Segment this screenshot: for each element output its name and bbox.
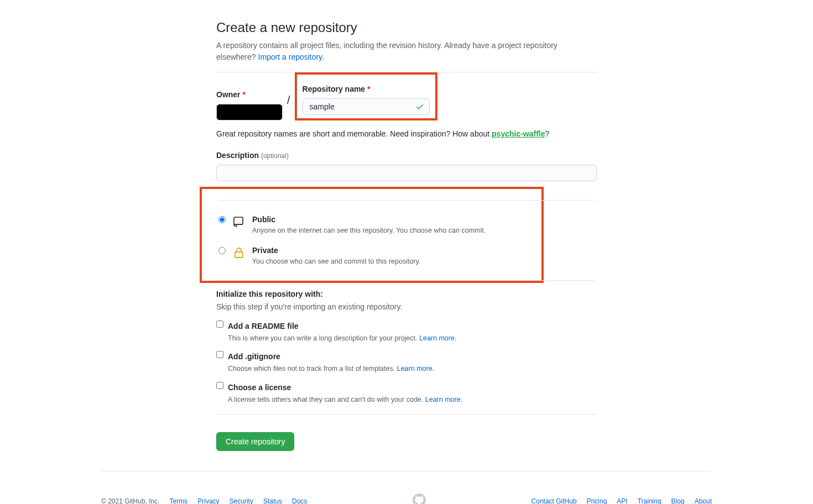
gitignore-learn-more-link[interactable]: Learn more. [397, 365, 434, 372]
footer-left: © 2021 GitHub, Inc. Terms Privacy Securi… [101, 496, 307, 504]
initialize-subtext: Skip this step if you're importing an ex… [216, 301, 597, 313]
initialize-heading: Initialize this repository with: [216, 288, 597, 300]
readme-checkbox[interactable] [216, 321, 223, 328]
owner-field: Owner * [216, 89, 283, 120]
footer-link-about[interactable]: About [695, 496, 712, 504]
description-input[interactable] [216, 165, 597, 181]
license-option: Choose a license A license tells others … [216, 382, 597, 405]
readme-learn-more-link[interactable]: Learn more. [419, 334, 456, 342]
description-label: Description (optional) [216, 151, 289, 160]
public-title: Public [252, 214, 486, 225]
repo-icon [232, 215, 246, 228]
gitignore-option: Add .gitignore Choose which files not to… [216, 351, 597, 374]
divider [218, 280, 595, 281]
visibility-private-radio[interactable] [218, 247, 226, 254]
owner-label: Owner * [216, 89, 283, 101]
footer-divider [101, 471, 712, 471]
readme-option: Add a README file This is where you can … [216, 321, 597, 344]
gitignore-checkbox[interactable] [216, 351, 223, 358]
visibility-public-radio[interactable] [218, 216, 226, 223]
visibility-public-row: Public Anyone on the internet can see th… [202, 209, 541, 240]
footer-link-training[interactable]: Training [638, 496, 661, 504]
svg-rect-2 [235, 252, 243, 258]
owner-select[interactable] [216, 104, 283, 120]
github-logo-icon [413, 494, 426, 504]
divider [218, 200, 595, 201]
footer-link-docs[interactable]: Docs [292, 496, 307, 504]
suggestion-link[interactable]: psychic-waffle [492, 129, 545, 138]
visibility-private-row: Private You choose who can see and commi… [202, 240, 541, 271]
svg-point-1 [236, 225, 237, 226]
repo-name-highlight: Repository name * [295, 72, 437, 120]
footer-link-terms[interactable]: Terms [170, 496, 188, 504]
license-checkbox[interactable] [216, 382, 223, 389]
copyright: © 2021 GitHub, Inc. [101, 496, 160, 504]
private-title: Private [252, 245, 420, 256]
footer-link-status[interactable]: Status [263, 496, 282, 504]
repo-name-hint: Great repository names are short and mem… [216, 128, 597, 140]
repo-name-field: Repository name * [303, 83, 430, 115]
footer-link-pricing[interactable]: Pricing [587, 496, 607, 504]
page-subtitle: A repository contains all project files,… [216, 40, 597, 63]
page-footer: © 2021 GitHub, Inc. Terms Privacy Securi… [75, 471, 738, 504]
create-repo-form: Create a new repository A repository con… [207, 0, 606, 460]
license-learn-more-link[interactable]: Learn more. [425, 396, 462, 403]
description-field: Description (optional) [216, 150, 597, 181]
footer-link-api[interactable]: API [617, 496, 627, 504]
check-icon [415, 102, 424, 114]
repo-name-input[interactable] [303, 98, 430, 115]
owner-repo-row: Owner * / Repository name * [216, 81, 597, 120]
visibility-highlight: Public Anyone on the internet can see th… [200, 187, 544, 283]
page-title: Create a new repository [216, 18, 597, 38]
footer-link-contact[interactable]: Contact GitHub [531, 496, 577, 504]
footer-link-blog[interactable]: Blog [671, 496, 685, 504]
private-desc: You choose who can see and commit to thi… [252, 256, 420, 267]
repo-name-label: Repository name * [303, 83, 430, 95]
svg-rect-0 [234, 217, 243, 224]
initialize-section: Initialize this repository with: Skip th… [216, 288, 597, 405]
divider [216, 414, 597, 414]
footer-link-security[interactable]: Security [230, 496, 253, 504]
footer-right: Contact GitHub Pricing API Training Blog… [531, 496, 712, 504]
footer-link-privacy[interactable]: Privacy [197, 496, 219, 504]
import-repository-link[interactable]: Import a repository. [258, 53, 325, 61]
create-repository-button[interactable]: Create repository [216, 432, 294, 451]
lock-icon [232, 246, 246, 259]
slash-separator: / [287, 92, 290, 108]
public-desc: Anyone on the internet can see this repo… [252, 225, 486, 236]
